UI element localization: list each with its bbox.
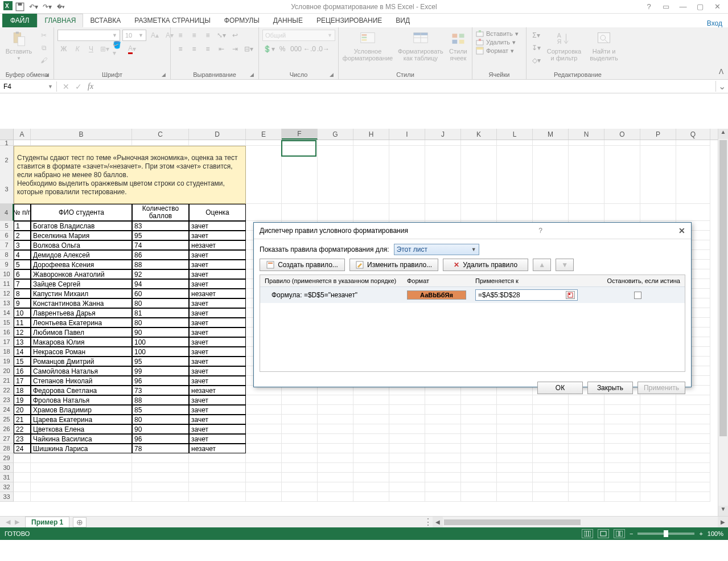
scroll-right-icon[interactable]: ▶	[718, 517, 728, 527]
cell-grade[interactable]: зачет	[189, 250, 246, 260]
align-right-icon[interactable]: ≡	[201, 43, 214, 55]
cell-n[interactable]: 24	[14, 444, 31, 453]
cell-score[interactable]: 86	[132, 250, 189, 260]
maximize-icon[interactable]: ▢	[694, 2, 706, 11]
decrease-indent-icon[interactable]: ⇤	[215, 43, 228, 55]
cell-n[interactable]: 2	[14, 231, 31, 240]
font-name-combo[interactable]: ▼	[57, 30, 120, 41]
clipboard-launcher-icon[interactable]: ◢	[45, 72, 49, 77]
cell-fio[interactable]: Фролова Наталья	[31, 395, 132, 405]
cell-score[interactable]: 96	[132, 434, 189, 444]
cell-grade[interactable]: зачет	[189, 395, 246, 405]
qat-customize-icon[interactable]: �▾	[55, 1, 67, 13]
applies-to-input[interactable]: =$A$5:$D$28	[475, 289, 578, 301]
sheet-nav[interactable]: ◀▶	[0, 518, 25, 526]
font-color-icon[interactable]: A▾	[126, 43, 138, 55]
row-head-6[interactable]: 6	[0, 231, 14, 240]
undo-icon[interactable]: ↶▾	[27, 1, 40, 13]
col-head-Q[interactable]: Q	[676, 129, 710, 140]
row-head-5[interactable]: 5	[0, 221, 14, 231]
increase-indent-icon[interactable]: ⇥	[229, 43, 241, 55]
align-bottom-icon[interactable]: ≡	[201, 30, 214, 41]
cell-fio[interactable]: Капустин Михаил	[31, 289, 132, 298]
apply-button[interactable]: Применить	[637, 382, 685, 394]
cell-fio[interactable]: Шишкина Лариса	[31, 444, 132, 453]
row-head-31[interactable]: 31	[0, 473, 14, 482]
name-box[interactable]: F4▼	[0, 81, 57, 92]
col-head-B[interactable]: B	[31, 129, 132, 140]
number-launcher-icon[interactable]: ◢	[330, 72, 334, 77]
clear-icon[interactable]: ◇▾	[530, 55, 542, 66]
cell-n[interactable]: 3	[14, 240, 31, 250]
accounting-icon[interactable]: 💲▾	[262, 43, 275, 55]
align-center-icon[interactable]: ≡	[188, 43, 200, 55]
cell-grade[interactable]: зачет	[189, 231, 246, 240]
cell-n[interactable]: 20	[14, 405, 31, 415]
row-head-10[interactable]: 10	[0, 269, 14, 279]
row-head-9[interactable]: 9	[0, 260, 14, 269]
cell-n[interactable]: 21	[14, 415, 31, 424]
delete-cells-button[interactable]: Удалить ▾	[476, 38, 519, 46]
row-head-17[interactable]: 17	[0, 337, 14, 347]
align-left-icon[interactable]: ≡	[174, 43, 187, 55]
row-head-29[interactable]: 29	[0, 453, 14, 463]
cell-grade[interactable]: зачет	[189, 424, 246, 434]
tab-file[interactable]: ФАЙЛ	[2, 14, 37, 27]
font-launcher-icon[interactable]: ◢	[162, 72, 166, 77]
cell-fio[interactable]: Демидов Алексей	[31, 250, 132, 260]
cell-score[interactable]: 100	[132, 347, 189, 357]
format-painter-icon[interactable]: 🖌	[38, 55, 50, 66]
cell-score[interactable]: 80	[132, 298, 189, 308]
row-head-22[interactable]: 22	[0, 386, 14, 395]
col-head-N[interactable]: N	[569, 129, 604, 140]
cell-fio[interactable]: Цветкова Елена	[31, 424, 132, 434]
col-head-F[interactable]: F	[282, 129, 318, 140]
italic-button[interactable]: К	[71, 43, 84, 55]
tab-formulas[interactable]: ФОРМУЛЫ	[217, 14, 266, 27]
horizontal-scrollbar[interactable]: ◀ ▶	[433, 517, 728, 527]
cell-grade[interactable]: зачет	[189, 279, 246, 289]
cell-fio[interactable]: Волкова Ольга	[31, 240, 132, 250]
cell-grade[interactable]: зачет	[189, 260, 246, 269]
row-head-23[interactable]: 23	[0, 395, 14, 405]
number-format-combo[interactable]: Общий▼	[262, 30, 335, 41]
ok-button[interactable]: ОК	[537, 382, 583, 394]
cell-grade[interactable]: зачет	[189, 318, 246, 327]
cell-grade[interactable]: незачет	[189, 289, 246, 298]
cell-score[interactable]: 80	[132, 415, 189, 424]
cell-score[interactable]: 74	[132, 240, 189, 250]
dialog-help-icon[interactable]: ?	[538, 227, 542, 235]
col-head-E[interactable]: E	[246, 129, 282, 140]
move-up-button[interactable]: ▲	[533, 259, 551, 271]
vscroll-thumb[interactable]	[719, 140, 727, 436]
col-head-D[interactable]: D	[189, 129, 246, 140]
move-down-button[interactable]: ▼	[556, 259, 574, 271]
cell-fio[interactable]: Любимов Павел	[31, 327, 132, 337]
format-cells-button[interactable]: Формат ▾	[476, 47, 519, 55]
row-head-7[interactable]: 7	[0, 240, 14, 250]
cell-score[interactable]: 95	[132, 231, 189, 240]
new-rule-button[interactable]: Создать правило...	[260, 259, 345, 271]
sort-filter-button[interactable]: AЯ Сортировка и фильтр	[546, 30, 582, 63]
cell-n[interactable]: 10	[14, 308, 31, 318]
tab-data[interactable]: ДАННЫЕ	[266, 14, 310, 27]
close-icon[interactable]: ✕	[711, 2, 723, 11]
row-head-28[interactable]: 28	[0, 444, 14, 453]
row-head-33[interactable]: 33	[0, 492, 14, 502]
format-as-table-button[interactable]: Форматировать как таблицу	[397, 30, 445, 63]
hscroll-thumb[interactable]	[444, 519, 581, 525]
cell-n[interactable]: 19	[14, 395, 31, 405]
new-sheet-button[interactable]: ⊕	[73, 517, 87, 527]
row-head-14[interactable]: 14	[0, 308, 14, 318]
tab-home[interactable]: ГЛАВНАЯ	[37, 14, 83, 27]
col-head-M[interactable]: M	[533, 129, 569, 140]
row-head-27[interactable]: 27	[0, 434, 14, 444]
cell-fio[interactable]: Царева Екатерина	[31, 415, 132, 424]
col-head-C[interactable]: C	[132, 129, 189, 140]
cell-grade[interactable]: зачет	[189, 434, 246, 444]
cell-fio[interactable]: Самойлова Наталья	[31, 366, 132, 376]
collapse-ribbon-icon[interactable]: ᐱ	[719, 68, 723, 76]
cell-grade[interactable]: незачет	[189, 386, 246, 395]
cell-grade[interactable]: зачет	[189, 376, 246, 386]
cell-score[interactable]: 85	[132, 405, 189, 415]
